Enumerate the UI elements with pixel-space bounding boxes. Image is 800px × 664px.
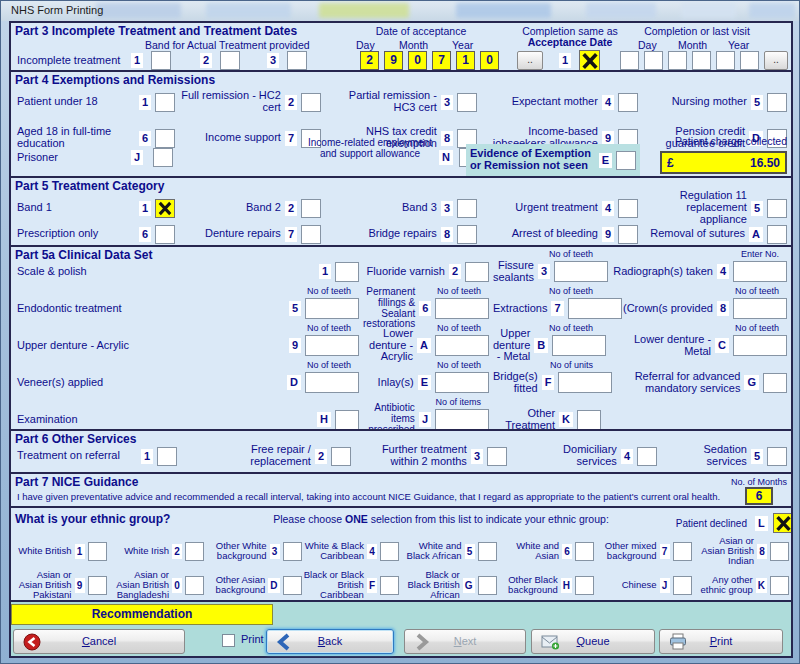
checkbox-band-3[interactable] — [457, 199, 477, 218]
acceptance-day-digit-1[interactable]: 2 — [360, 51, 379, 70]
checkbox-nursing-mother[interactable] — [767, 93, 787, 112]
last-month-box-1[interactable] — [668, 51, 687, 70]
checkbox-asian-british-indian[interactable] — [770, 542, 789, 561]
field-crowns-provided[interactable] — [733, 298, 787, 319]
recall-months-field[interactable]: 6 — [745, 487, 773, 505]
mini-label: No of teeth — [11, 323, 359, 334]
completion-same-checkbox[interactable] — [579, 50, 600, 71]
acceptance-month-digit-2[interactable]: 7 — [432, 51, 451, 70]
checkbox-referral-advanced-services[interactable] — [763, 373, 787, 393]
checkbox-other-black[interactable] — [575, 576, 594, 595]
checkbox-patient-under-18[interactable] — [155, 93, 175, 112]
checkbox-band-2[interactable] — [301, 199, 321, 218]
checkbox-removal-of-sutures[interactable] — [767, 225, 787, 244]
checkbox-other-asian[interactable] — [283, 576, 302, 595]
checkbox-fluoride-varnish[interactable] — [465, 262, 489, 282]
checkbox-bridge-repairs[interactable] — [457, 225, 477, 244]
print-button[interactable]: Print — [659, 629, 783, 654]
acceptance-day-digit-2[interactable]: 9 — [384, 51, 403, 70]
checkbox-black-british-african[interactable] — [478, 576, 497, 595]
field-upper-denture-metal[interactable] — [552, 335, 606, 356]
item-label: White British — [18, 546, 71, 556]
item-code: 2 — [449, 264, 461, 279]
checkbox-free-repair[interactable] — [331, 447, 351, 466]
item-label: Other Treatment — [493, 408, 555, 431]
field-veneers-applied[interactable] — [305, 372, 359, 393]
checkbox-asian-british-pakistani[interactable] — [88, 576, 107, 595]
checkbox-any-other-ethnic[interactable] — [770, 576, 789, 595]
incomplete-band-3-checkbox[interactable] — [287, 51, 307, 70]
acceptance-month-digit-1[interactable]: 0 — [408, 51, 427, 70]
back-button[interactable]: Back — [266, 629, 394, 654]
checkbox-prisoner[interactable] — [153, 148, 173, 167]
checkbox-urgent-treatment[interactable] — [618, 199, 638, 218]
cancel-button[interactable]: Cancel — [13, 629, 185, 654]
patient-declined-code: L — [755, 516, 768, 531]
checkbox-other-white[interactable] — [283, 542, 302, 561]
checkbox-arrest-of-bleeding[interactable] — [618, 225, 638, 244]
checkbox-scale-and-polish[interactable] — [335, 262, 359, 282]
field-fissure-sealants[interactable] — [554, 261, 608, 282]
next-button[interactable]: Next — [404, 629, 526, 654]
titlebar[interactable]: NHS Form Printing — [1, 1, 800, 21]
checkbox-other-treatment[interactable] — [577, 410, 601, 430]
last-year-box-2[interactable] — [740, 51, 759, 70]
item-code: 2 — [315, 449, 327, 464]
checkbox-regulation-11[interactable] — [767, 199, 787, 218]
aero-reflection — [206, 3, 291, 18]
acceptance-month-label: Month — [399, 40, 428, 52]
incomplete-band-2-checkbox[interactable] — [220, 51, 240, 70]
checkbox-other-mixed[interactable] — [673, 542, 692, 561]
checkbox-aged-18-education[interactable] — [155, 129, 175, 148]
checkbox-chinese[interactable] — [673, 576, 692, 595]
checkbox-sedation-services[interactable] — [767, 447, 787, 466]
last-year-box-1[interactable] — [716, 51, 735, 70]
field-radiographs-taken[interactable] — [733, 261, 787, 282]
checkbox-further-treatment[interactable] — [487, 447, 507, 466]
checkbox-prescription-only[interactable] — [155, 225, 175, 244]
acceptance-year-digit-1[interactable]: 1 — [456, 51, 475, 70]
checkbox-treatment-on-referral[interactable] — [157, 447, 177, 466]
acceptance-year-digit-2[interactable]: 0 — [480, 51, 499, 70]
last-day-box-1[interactable] — [620, 51, 639, 70]
checkbox-patient-declined[interactable] — [773, 513, 791, 533]
field-extractions[interactable] — [568, 298, 622, 319]
checkbox-expectant-mother[interactable] — [618, 93, 638, 112]
field-permanent-fillings[interactable] — [435, 298, 489, 319]
checkbox-evidence-not-seen[interactable] — [616, 151, 636, 170]
last-visit-date-picker-button[interactable]: .. — [764, 51, 788, 70]
item-code: 1 — [141, 449, 153, 464]
print-preview-checkbox[interactable] — [222, 634, 235, 647]
patient-charge-field[interactable]: £ 16.50 — [660, 151, 787, 174]
checkbox-partial-remission-hc3[interactable] — [457, 93, 477, 112]
checkbox-asian-british-bangladeshi[interactable] — [185, 576, 204, 595]
queue-button[interactable]: Queue — [531, 629, 655, 654]
checkbox-band-1[interactable] — [155, 199, 175, 218]
acceptance-date-picker-button[interactable]: .. — [517, 51, 543, 70]
field-bridges-fitted[interactable] — [558, 372, 612, 393]
checkbox-full-remission-hc2[interactable] — [301, 93, 321, 112]
checkbox-white-black-african[interactable] — [478, 542, 497, 561]
item-label: Asian or Asian British Pakistani — [11, 570, 72, 600]
item-code: 1 — [139, 95, 151, 110]
field-endodontic-treatment[interactable] — [305, 298, 359, 319]
checkbox-denture-repairs[interactable] — [301, 225, 321, 244]
item-code: G — [744, 375, 759, 390]
checkbox-white-irish[interactable] — [185, 542, 204, 561]
checkbox-white-and-asian[interactable] — [575, 542, 594, 561]
field-lower-denture-metal[interactable] — [733, 335, 787, 356]
last-day-box-2[interactable] — [644, 51, 663, 70]
field-lower-denture-acrylic[interactable] — [435, 335, 489, 356]
checkbox-examination[interactable] — [335, 410, 359, 430]
incomplete-band-1-checkbox[interactable] — [151, 51, 171, 70]
field-upper-denture-acrylic[interactable] — [305, 335, 359, 356]
checkbox-black-british-caribbean[interactable] — [380, 576, 399, 595]
checkbox-white-british[interactable] — [88, 542, 107, 561]
item-label: Other Black background — [499, 575, 558, 595]
last-month-box-2[interactable] — [692, 51, 711, 70]
checkbox-white-black-caribbean[interactable] — [380, 542, 399, 561]
acceptance-year-label: Year — [452, 40, 473, 52]
field-inlays[interactable] — [435, 372, 489, 393]
field-antibiotic-items[interactable] — [435, 409, 489, 430]
checkbox-domiciliary-services[interactable] — [637, 447, 657, 466]
